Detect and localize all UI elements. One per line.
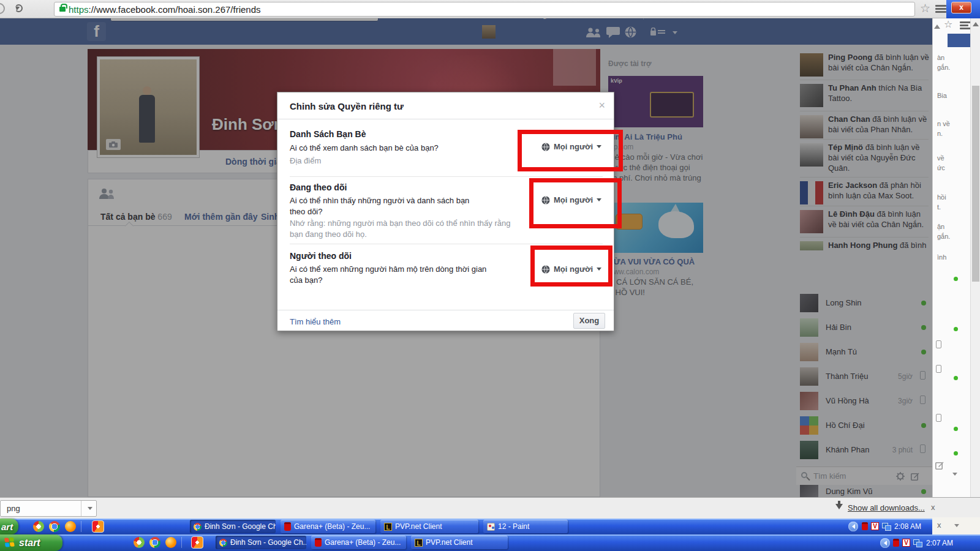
taskbar-task[interactable]: Garena+ (Beta) - Zeu... — [311, 536, 406, 549]
setting-question: của bạn? — [290, 276, 323, 285]
pvpnet-icon: L — [384, 523, 392, 531]
screen: https://www.facebook.com/hoai.son.267/fr… — [0, 0, 980, 551]
show-all-downloads-link[interactable]: Show all downloads... — [848, 503, 925, 512]
start-button: art — [0, 519, 18, 534]
scroll-up-icon — [934, 24, 940, 29]
divider — [290, 176, 603, 177]
divider — [81, 501, 81, 516]
background-window-notch: x — [932, 517, 980, 534]
close-icon[interactable]: × — [598, 99, 605, 112]
setting-heading: Đang theo dõi — [290, 182, 347, 192]
taskbar-task: Garena+ (Beta) - Zeu... — [281, 520, 375, 533]
tray-garena-icon — [862, 522, 868, 530]
tray-garena-icon[interactable] — [893, 539, 899, 547]
divider — [81, 521, 81, 532]
text-fragment: ức — [937, 164, 945, 171]
tray-v-icon: V — [871, 522, 879, 530]
lock-icon — [59, 7, 66, 12]
text-fragment: hồi — [937, 193, 946, 201]
mobile-icon — [936, 365, 941, 373]
browser-menu-icon[interactable] — [935, 8, 946, 10]
online-dot — [954, 451, 958, 455]
tray-v-icon[interactable]: V — [902, 539, 910, 547]
garena-plus-icon[interactable] — [191, 536, 203, 549]
garena-icon — [315, 538, 322, 547]
taskbar-task[interactable]: LPVP.net Client — [411, 536, 508, 549]
window-close-button[interactable]: x — [951, 2, 971, 13]
browser-menu-icon — [960, 24, 968, 26]
setting-heading: Người theo dõi — [290, 251, 352, 261]
text-fragment: t. — [937, 203, 941, 211]
learn-more-link[interactable]: Tìm hiểu thêm — [290, 317, 341, 326]
back-button-icon[interactable] — [0, 3, 5, 14]
divider — [290, 244, 603, 244]
chrome-icon — [219, 539, 227, 547]
caret-down-icon — [952, 473, 957, 476]
window-titlebar-corner: x — [946, 0, 980, 18]
taskbar: start Đinh Sơn - Google Ch... Garena+ (B… — [0, 534, 980, 551]
text-fragment: ình — [937, 253, 946, 261]
taskbar-task: 12 - Paint — [483, 520, 568, 533]
taskbar-task[interactable]: Đinh Sơn - Google Ch... — [216, 536, 306, 549]
download-item[interactable]: png — [0, 500, 97, 517]
scroll-up-icon[interactable] — [973, 22, 979, 26]
tray-chevron-icon[interactable] — [880, 538, 890, 548]
windows-logo-icon — [4, 537, 16, 549]
mobile-icon — [936, 414, 941, 422]
download-bar: png Show all downloads... x — [0, 497, 980, 519]
scrollbar[interactable] — [970, 18, 980, 497]
text-fragment: ận — [937, 223, 944, 230]
chrome-icon[interactable] — [149, 537, 160, 548]
tray-chevron-icon — [848, 522, 858, 531]
text-fragment: àn — [937, 54, 944, 61]
pvpnet-icon: L — [415, 539, 423, 547]
setting-note: Nhớ rằng: những người mà bạn theo dõi có… — [290, 219, 510, 228]
tray-network-icon[interactable] — [913, 539, 922, 546]
bookmark-star-icon[interactable]: ☆ — [920, 2, 930, 14]
annotation-rectangle — [529, 178, 622, 228]
setting-heading: Danh Sách Bạn Bè — [290, 129, 366, 139]
text-fragment: n về — [937, 120, 950, 127]
scrollbar-thumb[interactable] — [972, 86, 979, 282]
clock: 2:08 AM — [894, 522, 921, 531]
garena-icon[interactable] — [134, 537, 145, 548]
text-fragment: n. — [937, 130, 943, 137]
taskbar-task: LPVP.net Client — [380, 520, 478, 533]
divider — [181, 537, 182, 548]
modal-header: Chỉnh sửa Quyền riêng tư × — [277, 92, 614, 119]
garena-icon — [284, 522, 291, 531]
clock: 2:07 AM — [926, 539, 953, 547]
chrome-icon — [49, 521, 60, 532]
modal-footer: Tìm hiểu thêm Xong — [277, 310, 614, 332]
url-bar[interactable]: https://www.facebook.com/hoai.son.267/fr… — [54, 2, 915, 17]
online-dot — [954, 277, 958, 281]
compose-icon — [935, 461, 944, 470]
close-icon[interactable]: x — [931, 503, 935, 512]
firefox-icon[interactable] — [165, 537, 176, 548]
garena-plus-icon — [92, 520, 104, 533]
mobile-icon — [936, 340, 941, 348]
background-window-edge: ☆ àn gắn. Bia n về n. về ức hồi t. ận gắ… — [932, 18, 970, 497]
modal-title: Chỉnh sửa Quyền riêng tư — [290, 101, 404, 111]
tray-network-icon — [882, 523, 891, 530]
bookmark-star-icon: ☆ — [944, 20, 952, 29]
online-dot — [954, 427, 958, 431]
chrome-icon — [194, 523, 202, 531]
setting-question: Ai có thể xem danh sách bạn bè của bạn? — [290, 143, 439, 152]
firefox-icon — [65, 521, 76, 532]
background-taskbar: art Đinh Sơn - Google Ch... Garena+ (Bet… — [0, 519, 932, 534]
url-scheme: https — [69, 4, 89, 15]
setting-question: theo dõi? — [290, 207, 323, 216]
reload-icon[interactable] — [15, 4, 23, 12]
caret-down-icon[interactable] — [88, 507, 92, 510]
start-button[interactable]: start — [0, 534, 62, 551]
text-fragment: về — [937, 154, 944, 162]
done-button[interactable]: Xong — [573, 313, 605, 329]
annotation-rectangle — [518, 130, 623, 171]
online-dot — [954, 327, 958, 331]
navbar-fragment — [948, 34, 971, 47]
setting-note: Địa điểm — [290, 156, 321, 165]
annotation-rectangle — [530, 246, 612, 287]
browser-toolbar: https://www.facebook.com/hoai.son.267/fr… — [0, 0, 980, 18]
garena-icon — [33, 521, 44, 532]
